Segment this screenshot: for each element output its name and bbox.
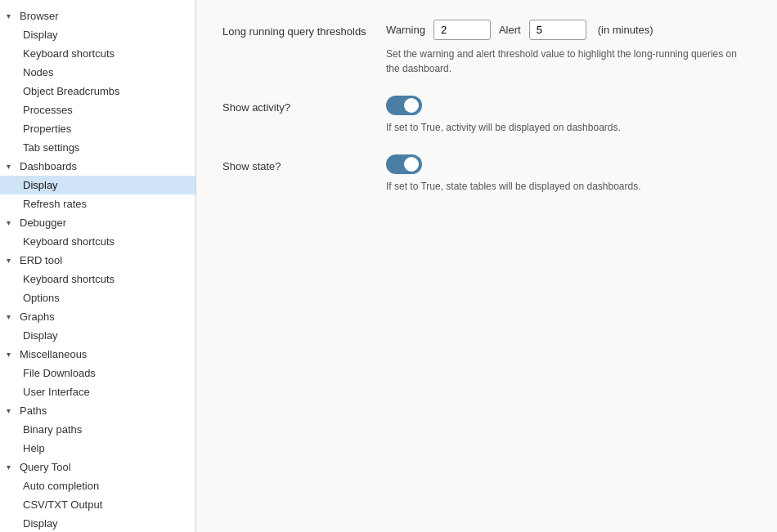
show-activity-description: If set to True, activity will be display… [386,120,751,135]
sidebar-item-csv-txt-output[interactable]: CSV/TXT Output [0,495,195,514]
sidebar-item-debugger-keyboard-shortcuts[interactable]: Keyboard shortcuts [0,232,195,251]
sidebar-item-tab-settings[interactable]: Tab settings [0,138,195,157]
sidebar-item-csv-txt-output-label: CSV/TXT Output [23,498,102,511]
sidebar-item-file-downloads-label: File Downloads [23,367,96,379]
sidebar-item-processes[interactable]: Processes [0,101,195,119]
long-running-query-description: Set the warning and alert threshold valu… [386,47,751,76]
sidebar-item-display[interactable]: Display [0,25,195,44]
sidebar-item-nodes-label: Nodes [23,66,54,78]
sidebar-section-debugger-label: Debugger [20,217,66,229]
sidebar-item-help[interactable]: Help [0,439,195,458]
sidebar-item-file-downloads[interactable]: File Downloads [0,364,195,382]
sidebar-item-auto-completion[interactable]: Auto completion [0,476,195,495]
chevron-down-icon: ▾ [7,312,18,321]
sidebar-item-erd-keyboard-shortcuts-label: Keyboard shortcuts [23,273,115,285]
alert-input[interactable] [529,20,586,40]
sidebar-item-binary-paths[interactable]: Binary paths [0,420,195,439]
sidebar-section-graphs-label: Graphs [20,311,55,323]
alert-label: Alert [499,24,521,36]
sidebar-item-keyboard-shortcuts[interactable]: Keyboard shortcuts [0,44,195,63]
sidebar-item-graphs-display-label: Display [23,329,58,342]
sidebar-item-nodes[interactable]: Nodes [0,63,195,82]
sidebar-section-browser-label: Browser [20,10,59,22]
sidebar-item-properties[interactable]: Properties [0,119,195,138]
toggle-slider-state [386,154,422,174]
sidebar-section-query-tool-label: Query Tool [20,461,71,473]
sidebar: ▾ Browser Display Keyboard shortcuts Nod… [0,0,196,532]
sidebar-section-dashboards[interactable]: ▾ Dashboards [0,157,195,176]
sidebar-section-query-tool[interactable]: ▾ Query Tool [0,458,195,476]
sidebar-section-browser[interactable]: ▾ Browser [0,7,195,25]
show-activity-toggle[interactable] [386,96,422,115]
sidebar-item-object-breadcrumbs-label: Object Breadcrumbs [23,85,120,97]
chevron-down-icon: ▾ [7,11,18,20]
show-activity-label: Show activity? [222,101,290,114]
sidebar-item-refresh-rates[interactable]: Refresh rates [0,194,195,213]
chevron-down-icon: ▾ [7,256,18,265]
sidebar-item-erd-options-label: Options [23,292,60,304]
chevron-down-icon: ▾ [7,463,18,472]
chevron-down-icon: ▾ [7,406,18,415]
sidebar-item-user-interface[interactable]: User Interface [0,382,195,401]
sidebar-item-tab-settings-label: Tab settings [23,141,79,154]
sidebar-item-graphs-display[interactable]: Display [0,326,195,345]
sidebar-item-display-label: Display [23,29,58,41]
sidebar-item-user-interface-label: User Interface [23,386,90,398]
sidebar-item-erd-keyboard-shortcuts[interactable]: Keyboard shortcuts [0,270,195,288]
sidebar-section-paths-label: Paths [20,405,47,417]
sidebar-section-dashboards-label: Dashboards [20,160,77,172]
sidebar-section-paths[interactable]: ▾ Paths [0,401,195,420]
sidebar-item-keyboard-shortcuts-label: Keyboard shortcuts [23,47,115,60]
warning-input[interactable] [433,20,491,40]
sidebar-item-query-tool-display-label: Display [23,517,58,530]
sidebar-item-auto-completion-label: Auto completion [23,480,99,492]
show-state-description: If set to True, state tables will be dis… [386,179,751,194]
sidebar-item-object-breadcrumbs[interactable]: Object Breadcrumbs [0,82,195,101]
show-state-label: Show state? [222,160,281,172]
show-activity-setting: Show activity? If set to True, activity … [222,96,751,135]
sidebar-item-query-tool-display[interactable]: Display [0,514,195,532]
chevron-down-icon: ▾ [7,162,18,171]
long-running-query-label: Long running query thresholds [222,25,366,38]
show-state-toggle[interactable] [386,154,422,174]
long-running-query-setting: Long running query thresholds Warning Al… [222,20,751,76]
show-state-setting: Show state? If set to True, state tables… [222,154,751,194]
sidebar-item-properties-label: Properties [23,123,71,135]
sidebar-item-refresh-rates-label: Refresh rates [23,198,87,210]
sidebar-section-debugger[interactable]: ▾ Debugger [0,213,195,232]
sidebar-section-erd-tool-label: ERD tool [20,254,62,266]
sidebar-item-processes-label: Processes [23,104,73,116]
toggle-slider [386,96,422,115]
sidebar-section-miscellaneous-label: Miscellaneous [20,348,87,360]
chevron-down-icon: ▾ [7,350,18,359]
sidebar-section-erd-tool[interactable]: ▾ ERD tool [0,251,195,270]
sidebar-section-graphs[interactable]: ▾ Graphs [0,307,195,326]
sidebar-item-help-label: Help [23,442,45,454]
sidebar-item-dashboards-display[interactable]: Display [0,176,195,194]
chevron-down-icon: ▾ [7,218,18,227]
sidebar-item-debugger-keyboard-shortcuts-label: Keyboard shortcuts [23,235,115,248]
warning-label: Warning [386,24,425,36]
main-content: Long running query thresholds Warning Al… [196,0,777,532]
sidebar-item-binary-paths-label: Binary paths [23,423,82,436]
unit-label: (in minutes) [598,24,653,36]
sidebar-item-erd-options[interactable]: Options [0,288,195,307]
sidebar-section-miscellaneous[interactable]: ▾ Miscellaneous [0,345,195,364]
sidebar-item-dashboards-display-label: Display [23,179,58,191]
